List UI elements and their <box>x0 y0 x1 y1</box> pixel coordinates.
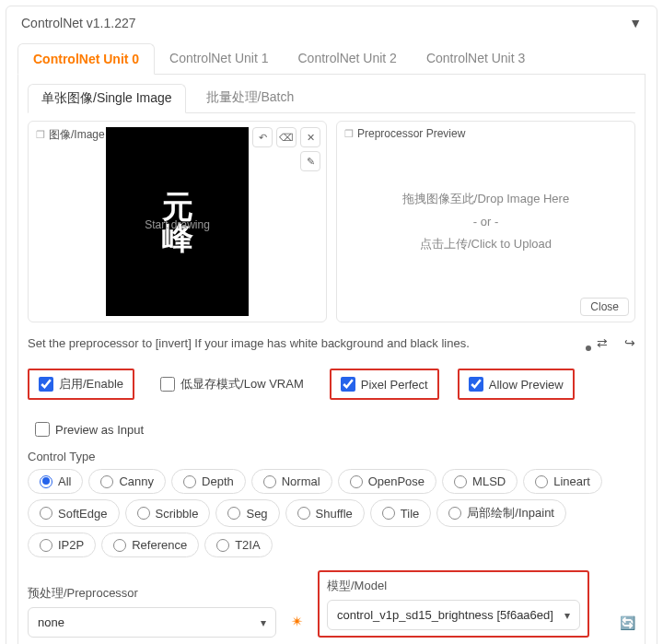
checkbox-1[interactable]: 低显存模式/Low VRAM <box>153 369 311 400</box>
image-label: ❐ 图像/Image <box>36 127 105 143</box>
preview-frame-icon: ❐ <box>344 128 354 140</box>
control-type-tile[interactable]: Tile <box>370 499 431 527</box>
preview-box[interactable]: ❐ Preprocessor Preview 拖拽图像至此/Drop Image… <box>336 121 635 322</box>
control-type-all[interactable]: All <box>28 469 83 494</box>
model-select[interactable]: control_v1p_sd15_brightness [5f6aa6ed] <box>327 600 580 630</box>
subtab-0[interactable]: 单张图像/Single Image <box>28 84 186 113</box>
checkbox-2[interactable]: Pixel Perfect <box>330 369 439 400</box>
close-preview-button[interactable]: Close <box>580 298 629 316</box>
tab-unit-0[interactable]: ControlNet Unit 0 <box>17 43 155 75</box>
control-type-canny[interactable]: Canny <box>88 469 166 494</box>
image-frame-icon: ❐ <box>36 129 45 141</box>
panel-header[interactable]: ControlNet v1.1.227 ▼ <box>17 6 646 40</box>
preview-label: ❐ Preprocessor Preview <box>344 127 465 140</box>
control-type-reference[interactable]: Reference <box>101 533 199 557</box>
subtab-1[interactable]: 批量处理/Batch <box>193 84 308 112</box>
tab-unit-2[interactable]: ControlNet Unit 2 <box>284 43 412 74</box>
tab-unit-3[interactable]: ControlNet Unit 3 <box>412 43 540 74</box>
control-type-mlsd[interactable]: MLSD <box>442 469 518 494</box>
checkbox-3[interactable]: Allow Preview <box>458 369 575 400</box>
erase-button[interactable]: ⌫ <box>276 127 297 147</box>
checkbox-4[interactable]: Preview as Input <box>28 418 151 440</box>
control-type-ip2p[interactable]: IP2P <box>28 533 96 557</box>
control-type-scribble[interactable]: Scribble <box>125 499 211 527</box>
explode-icon[interactable]: ✴ <box>287 613 307 638</box>
panel-title: ControlNet v1.1.227 <box>21 16 136 30</box>
control-type-shuffle[interactable]: Shuffle <box>285 499 365 527</box>
control-type-lineart[interactable]: Lineart <box>523 469 602 494</box>
preprocessor-select[interactable]: none <box>28 607 276 638</box>
image-input-box[interactable]: ❐ 图像/Image ↶ ⌫ ✕ ✎ 元 峰 Start drawing <box>28 121 327 322</box>
undo-button[interactable]: ↶ <box>252 127 273 147</box>
control-type-label: Control Type <box>28 450 635 463</box>
model-label: 模型/Model <box>327 578 580 594</box>
control-type-openpose[interactable]: OpenPose <box>338 469 436 494</box>
brush-button[interactable]: ✎ <box>300 151 320 171</box>
canvas[interactable]: 元 峰 Start drawing <box>106 127 249 316</box>
drop-area[interactable]: 拖拽图像至此/Drop Image Here - or - 点击上传/Click… <box>343 127 629 316</box>
preprocessor-label: 预处理/Preprocessor <box>28 585 276 602</box>
hint-text: Set the preprocessor to [invert] If your… <box>28 336 470 350</box>
swap-icon[interactable]: ⇄ <box>597 335 608 350</box>
caret-down-icon: ▼ <box>629 16 642 30</box>
control-type-normal[interactable]: Normal <box>251 469 332 494</box>
control-type-softedge[interactable]: SoftEdge <box>28 499 120 527</box>
close-image-button[interactable]: ✕ <box>300 127 320 147</box>
checkbox-0[interactable]: 启用/Enable <box>28 369 134 400</box>
send-icon[interactable]: ↪ <box>624 335 635 350</box>
control-type-depth[interactable]: Depth <box>171 469 246 494</box>
control-type-seg[interactable]: Seg <box>215 499 279 527</box>
tab-unit-1[interactable]: ControlNet Unit 1 <box>155 43 283 74</box>
control-type--inpaint[interactable]: 局部绘制/Inpaint <box>436 499 566 527</box>
control-type-t2ia[interactable]: T2IA <box>204 533 272 557</box>
refresh-model-button[interactable]: 🔄 <box>620 615 635 638</box>
